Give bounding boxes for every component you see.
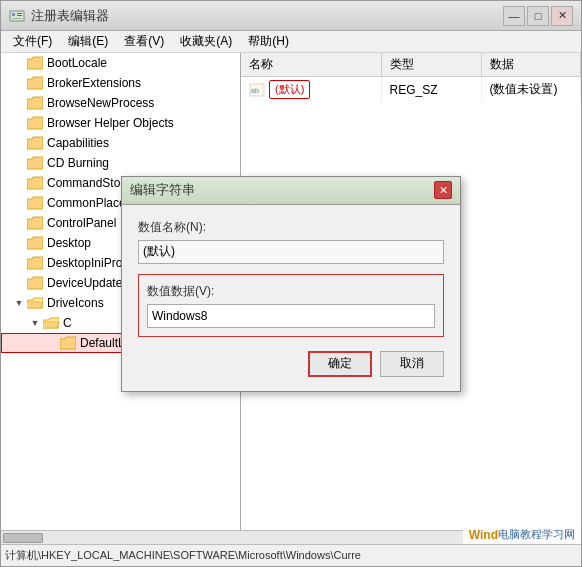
dialog-title-text: 编辑字符串 bbox=[130, 181, 195, 199]
data-input[interactable] bbox=[147, 304, 435, 328]
edit-string-dialog: 编辑字符串 ✕ 数值名称(N): 数值数据(V): 确定 取消 bbox=[121, 176, 461, 392]
name-label: 数值名称(N): bbox=[138, 219, 444, 236]
dialog-body: 数值名称(N): 数值数据(V): 确定 取消 bbox=[122, 205, 460, 391]
confirm-button[interactable]: 确定 bbox=[308, 351, 372, 377]
data-label: 数值数据(V): bbox=[147, 283, 435, 300]
dialog-buttons: 确定 取消 bbox=[138, 347, 444, 377]
name-form-group: 数值名称(N): bbox=[138, 219, 444, 264]
main-window: 注册表编辑器 — □ ✕ 文件(F) 编辑(E) 查看(V) 收藏夹(A) 帮助… bbox=[0, 0, 582, 567]
dialog-title-bar: 编辑字符串 ✕ bbox=[122, 177, 460, 205]
cancel-button[interactable]: 取消 bbox=[380, 351, 444, 377]
dialog-overlay: 编辑字符串 ✕ 数值名称(N): 数值数据(V): 确定 取消 bbox=[1, 1, 581, 566]
name-input[interactable] bbox=[138, 240, 444, 264]
dialog-close-button[interactable]: ✕ bbox=[434, 181, 452, 199]
value-data-group: 数值数据(V): bbox=[138, 274, 444, 337]
